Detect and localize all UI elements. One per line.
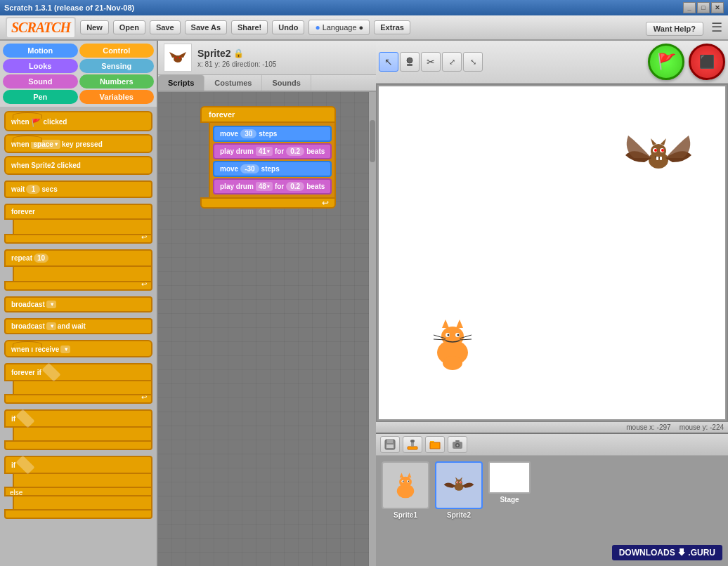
svg-marker-21	[661, 138, 666, 145]
sprite2-thumbnail[interactable]	[435, 461, 483, 509]
shrink-tool[interactable]: ⤡	[463, 52, 483, 72]
scripts-canvas[interactable]: forever move 30 steps play drum 41 for	[158, 92, 376, 566]
scripts-tab[interactable]: Scripts	[158, 75, 204, 91]
stage-canvas[interactable]	[377, 85, 727, 421]
svg-point-12	[457, 334, 460, 336]
toolbar-right: Want Help? ☰	[646, 20, 722, 36]
forever-if-block[interactable]: forever if	[4, 363, 152, 381]
svg-rect-37	[455, 440, 460, 442]
camera-icon	[451, 438, 464, 451]
select-tool[interactable]: ↖	[379, 52, 398, 72]
costumes-tab[interactable]: Costumes	[204, 75, 262, 91]
sensing-category[interactable]: Sensing	[79, 59, 155, 73]
numbers-category[interactable]: Numbers	[79, 74, 155, 88]
control-category[interactable]: Control	[79, 44, 155, 58]
drum2-block[interactable]: play drum 48 for 0.2 beats	[213, 178, 332, 195]
menu-icon[interactable]: ☰	[711, 20, 722, 34]
repeat-block[interactable]: repeat 10	[4, 249, 152, 267]
stage-label: Stage	[500, 496, 519, 504]
if-block[interactable]: if	[4, 409, 152, 428]
forever-inner: move 30 steps play drum 41 for 0.2 beats	[209, 123, 336, 197]
stamp-icon	[404, 56, 415, 67]
forever-if-block-container: forever if ↩	[4, 363, 152, 404]
watermark: DOWNLOADS 🡇 .GURU	[612, 545, 722, 560]
drum1-block[interactable]: play drum 41 for 0.2 beats	[213, 143, 332, 159]
undo-button[interactable]: Undo	[272, 20, 304, 34]
sprite2-item[interactable]: Sprite2	[435, 461, 483, 519]
when-key-pressed-block[interactable]: when space key pressed	[4, 134, 152, 153]
when-clicked-block[interactable]: when 🚩 clicked	[4, 111, 152, 131]
blocks-area: when 🚩 clicked when space key pressed wh…	[0, 107, 157, 566]
help-button[interactable]: Want Help?	[646, 22, 703, 36]
sprite1-thumbnail[interactable]	[382, 461, 429, 509]
svg-point-1	[175, 57, 176, 58]
extras-button[interactable]: Extras	[374, 20, 410, 34]
sound-category[interactable]: Sound	[3, 74, 78, 88]
sprite-name: Sprite2	[197, 48, 230, 59]
variables-category[interactable]: Variables	[79, 90, 155, 104]
title-bar-controls: _ □ ✕	[683, 2, 724, 13]
cat-sprite	[421, 314, 484, 370]
open-button[interactable]: Open	[113, 20, 145, 34]
motion-category[interactable]: Motion	[3, 44, 78, 58]
close-button[interactable]: ✕	[711, 2, 724, 13]
middle-panel: Sprite2 🔒 x: 81 y: 26 direction: -105 Sc…	[158, 41, 376, 566]
when-receive-block[interactable]: when I receive	[4, 340, 152, 357]
svg-marker-40	[400, 473, 404, 478]
camera-sprite-button[interactable]	[448, 436, 467, 453]
sounds-tab[interactable]: Sounds	[262, 75, 311, 91]
if-else-block[interactable]: if	[4, 456, 152, 474]
svg-marker-7	[442, 320, 449, 328]
sprite1-cat-icon	[388, 468, 423, 503]
save-sprite-button[interactable]	[380, 436, 400, 453]
if-block-container: if	[4, 409, 152, 450]
scissors-tool[interactable]: ✂	[421, 52, 441, 72]
language-button[interactable]: ● Language ●	[308, 20, 370, 35]
paint-sprite-button[interactable]	[403, 436, 422, 453]
block-categories: Motion Control Looks Sensing Sound Numbe…	[0, 41, 157, 107]
svg-point-6	[441, 327, 464, 346]
stop-button[interactable]: ⬛	[689, 44, 725, 80]
svg-marker-48	[455, 477, 458, 480]
svg-rect-26	[656, 157, 658, 160]
sprite2-label: Sprite2	[447, 511, 471, 519]
stamp-tool[interactable]	[400, 52, 420, 72]
looks-category[interactable]: Looks	[3, 59, 78, 73]
lock-icon: 🔒	[233, 48, 244, 58]
maximize-button[interactable]: □	[697, 2, 710, 13]
forever-block[interactable]: forever	[4, 204, 152, 220]
right-panel: ↖ ✂ ⤢ ⤡ 🚩 ⬛	[376, 41, 728, 566]
new-button[interactable]: New	[80, 20, 109, 34]
wait-secs-block[interactable]: wait 1 secs	[4, 180, 152, 198]
svg-point-2	[179, 57, 181, 58]
broadcast-wait-block[interactable]: broadcast and wait	[4, 318, 152, 334]
forever-script-block[interactable]: forever	[200, 106, 336, 123]
svg-point-53	[460, 482, 462, 483]
share-button[interactable]: Share!	[231, 20, 268, 34]
sprite-header: Sprite2 🔒 x: 81 y: 26 direction: -105	[158, 41, 376, 75]
sprite1-item[interactable]: Sprite1	[382, 461, 429, 519]
forever-block-container: forever ↩	[4, 204, 152, 244]
svg-point-33	[410, 440, 415, 442]
when-sprite-clicked-block[interactable]: when Sprite2 clicked	[4, 156, 152, 175]
scripts-scrollbar[interactable]	[369, 92, 376, 566]
scrollbar-thumb[interactable]	[370, 120, 375, 162]
save-button[interactable]: Save	[150, 20, 181, 34]
minimize-button[interactable]: _	[683, 2, 696, 13]
green-flag-button[interactable]: 🚩	[648, 44, 684, 80]
folder-sprite-button[interactable]	[425, 436, 445, 453]
if-else-block-container: if else	[4, 456, 152, 519]
move2-block[interactable]: move -30 steps	[213, 161, 332, 177]
svg-rect-29	[387, 440, 393, 443]
save-as-button[interactable]: Save As	[185, 20, 227, 34]
stage-item[interactable]: Stage	[488, 461, 531, 504]
broadcast-block[interactable]: broadcast	[4, 296, 152, 312]
grow-tool[interactable]: ⤢	[442, 52, 462, 72]
svg-rect-27	[660, 157, 662, 160]
sprite-info: Sprite2 🔒 x: 81 y: 26 direction: -105	[197, 48, 370, 68]
pen-category[interactable]: Pen	[3, 90, 78, 104]
stage-thumbnail[interactable]	[488, 461, 531, 494]
mouse-y-label: mouse y: -224	[680, 423, 724, 431]
bat-sprite	[620, 121, 697, 192]
move1-block[interactable]: move 30 steps	[213, 126, 332, 142]
